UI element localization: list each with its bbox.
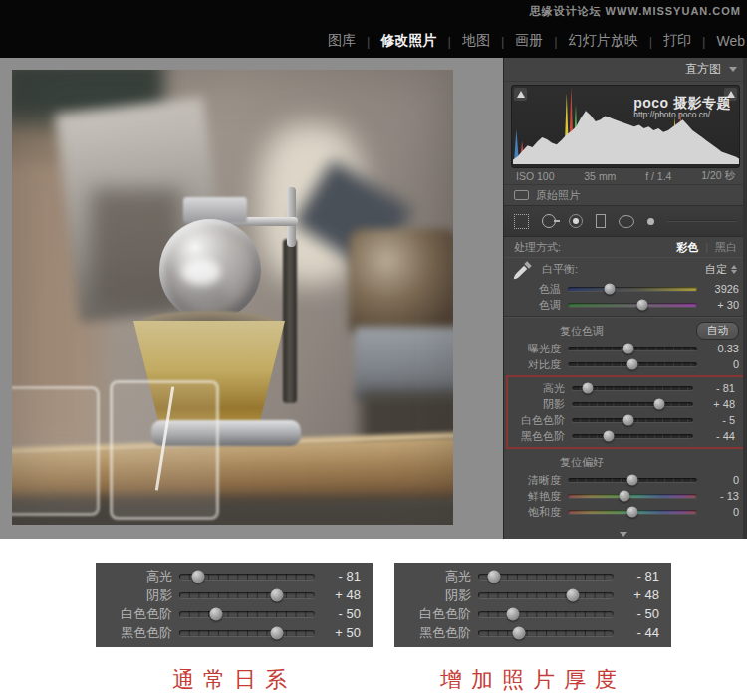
slider-value: - 0.33 bbox=[697, 343, 739, 354]
photo-layer bbox=[151, 420, 301, 446]
slider-thumb[interactable] bbox=[627, 359, 638, 370]
slider-thumb[interactable] bbox=[270, 588, 283, 601]
slider-thumb[interactable] bbox=[603, 431, 614, 442]
tone-sliders: 曝光度- 0.33对比度0 bbox=[504, 341, 747, 372]
slider-value: - 81 bbox=[315, 569, 361, 583]
module-tab-4[interactable]: 画册 bbox=[515, 32, 543, 50]
slider-thumb[interactable] bbox=[192, 570, 205, 583]
auto-tone-button[interactable]: 自动 bbox=[696, 322, 739, 340]
menu-separator: | bbox=[367, 34, 370, 49]
histogram-title: 直方图 bbox=[685, 61, 721, 78]
panel-scroll-indicator[interactable] bbox=[504, 532, 743, 537]
slider-thumb[interactable] bbox=[582, 383, 593, 394]
module-tab-1[interactable]: 图库 bbox=[328, 32, 356, 50]
graduated-filter-tool-icon[interactable] bbox=[596, 214, 606, 228]
caption-left: 通常日系 bbox=[96, 664, 373, 696]
slider-thumb[interactable] bbox=[488, 570, 501, 583]
photo-layer bbox=[12, 386, 100, 516]
module-tab-2[interactable]: 修改照片 bbox=[381, 32, 437, 50]
slider-track[interactable] bbox=[568, 347, 697, 350]
slider-row: 曝光度- 0.33 bbox=[504, 341, 747, 356]
module-tab-3[interactable]: 地图 bbox=[462, 32, 490, 50]
radial-filter-tool-icon[interactable] bbox=[619, 215, 634, 228]
module-tab-5[interactable]: 幻灯片放映 bbox=[569, 32, 638, 50]
slider-thumb[interactable] bbox=[620, 491, 630, 502]
shadow-clipping-indicator[interactable] bbox=[514, 88, 527, 101]
treatment-option[interactable]: 彩色 bbox=[676, 240, 698, 255]
poco-watermark-title: poco 摄影专题 bbox=[633, 96, 731, 111]
module-tab-7[interactable]: Web bbox=[716, 33, 745, 49]
slider-thumb[interactable] bbox=[627, 475, 638, 486]
slider-track[interactable] bbox=[478, 574, 614, 580]
slider-track[interactable] bbox=[572, 418, 693, 422]
tool-strip-slider[interactable] bbox=[667, 220, 737, 222]
treatment-divider: | bbox=[705, 241, 708, 253]
photo-layer bbox=[12, 124, 102, 453]
histogram-box[interactable]: poco 摄影专题 http://photo.poco.cn/ bbox=[511, 85, 740, 168]
menu-separator: | bbox=[554, 34, 557, 49]
slider-thumb[interactable] bbox=[507, 607, 520, 620]
slider-thumb[interactable] bbox=[637, 300, 648, 311]
slider-thumb[interactable] bbox=[604, 284, 615, 295]
slider-track[interactable] bbox=[568, 287, 697, 291]
slider-label: 白色色阶 bbox=[516, 413, 572, 428]
white-balance-sliders: 色温3926色调+ 30 bbox=[504, 281, 747, 313]
module-tab-6[interactable]: 打印 bbox=[663, 32, 691, 50]
photo-layer bbox=[133, 321, 285, 430]
white-balance-preset[interactable]: 自定 bbox=[705, 262, 737, 277]
collapse-triangle-icon[interactable] bbox=[729, 67, 737, 72]
crop-tool-icon[interactable] bbox=[514, 214, 529, 229]
slider-track[interactable] bbox=[179, 630, 315, 636]
slider-track[interactable] bbox=[568, 303, 697, 307]
slider-thumb[interactable] bbox=[627, 507, 638, 518]
slider-track[interactable] bbox=[568, 494, 697, 498]
red-eye-tool-icon[interactable] bbox=[569, 214, 583, 228]
slider-track[interactable] bbox=[179, 611, 315, 617]
slider-row: 阴影+ 48 bbox=[508, 396, 743, 412]
histogram-header[interactable]: 直方图 bbox=[504, 58, 747, 82]
photo-layer bbox=[287, 187, 296, 247]
slider-thumb[interactable] bbox=[209, 607, 222, 620]
treatment-option[interactable]: 黑白 bbox=[715, 240, 737, 255]
poco-watermark-url: http://photo.poco.cn/ bbox=[633, 111, 731, 119]
exif-row: ISO 100 35 mm f / 1.4 1/20 秒 bbox=[504, 168, 747, 184]
slider-value: - 13 bbox=[697, 490, 739, 502]
slider-thumb[interactable] bbox=[623, 344, 634, 354]
spot-removal-tool-icon[interactable] bbox=[542, 214, 556, 228]
slider-track[interactable] bbox=[568, 510, 697, 514]
highlighted-sliders-annotation-box: 高光- 81阴影+ 48白色色阶- 5黑色色阶- 44 bbox=[506, 375, 745, 449]
slider-track[interactable] bbox=[572, 434, 693, 438]
photo-layer bbox=[12, 432, 453, 455]
slider-label: 色温 bbox=[512, 282, 568, 297]
original-photo-row[interactable]: 原始照片 bbox=[504, 184, 747, 206]
slider-value: + 50 bbox=[315, 625, 361, 640]
slider-track[interactable] bbox=[179, 592, 315, 598]
panel-scrollbar[interactable] bbox=[743, 58, 747, 539]
slider-thumb[interactable] bbox=[270, 626, 283, 639]
slider-track[interactable] bbox=[478, 592, 614, 598]
slider-label: 高光 bbox=[516, 381, 572, 396]
slider-track[interactable] bbox=[568, 478, 697, 482]
caption-right: 增加照片厚度 bbox=[394, 664, 671, 696]
comparison-panel-right: 高光- 81阴影+ 48白色色阶- 50黑色色阶- 44 bbox=[394, 563, 671, 647]
slider-thumb[interactable] bbox=[623, 415, 634, 426]
slider-track[interactable] bbox=[568, 362, 697, 366]
slider-thumb[interactable] bbox=[512, 626, 525, 639]
white-balance-dropper-icon[interactable] bbox=[512, 259, 534, 283]
original-photo-icon[interactable] bbox=[514, 190, 529, 200]
slider-track[interactable] bbox=[478, 611, 614, 617]
presence-sliders: 清晰度0鲜艳度- 13饱和度0 bbox=[504, 472, 747, 520]
slider-track[interactable] bbox=[572, 402, 693, 406]
adjustment-brush-tool-icon[interactable] bbox=[647, 218, 654, 225]
menu-bar: 思缘设计论坛 WWW.MISSYUAN.COM 图库|修改照片|地图|画册|幻灯… bbox=[0, 0, 747, 58]
slider-row: 高光- 81 bbox=[394, 567, 671, 585]
slider-thumb[interactable] bbox=[567, 588, 580, 601]
slider-thumb[interactable] bbox=[653, 399, 664, 410]
photo-layer bbox=[216, 217, 298, 226]
original-photo-label: 原始照片 bbox=[536, 188, 580, 203]
slider-label: 黑色色阶 bbox=[516, 429, 572, 444]
slider-track[interactable] bbox=[572, 386, 693, 390]
slider-track[interactable] bbox=[179, 574, 315, 580]
slider-label: 高光 bbox=[108, 568, 179, 585]
slider-track[interactable] bbox=[478, 630, 614, 636]
